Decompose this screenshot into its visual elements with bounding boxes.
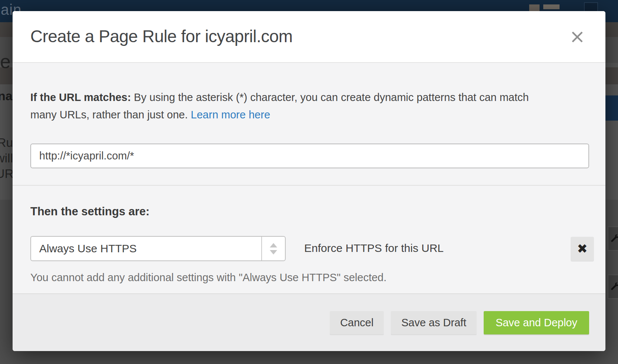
background-button-fragment [605, 95, 618, 121]
save-and-deploy-button[interactable]: Save and Deploy [484, 311, 589, 334]
settings-heading: Then the settings are: [30, 205, 150, 218]
select-spinner-icon [261, 237, 285, 260]
setting-description: Enforce HTTPS for this URL [304, 236, 444, 260]
background-text-fragment: e [0, 50, 11, 73]
modal-header: Create a Page Rule for icyapril.com [13, 11, 605, 63]
url-pattern-input[interactable] [30, 144, 589, 168]
background-text-fragment: will [0, 151, 13, 165]
wrench-icon [608, 226, 618, 251]
url-match-label: If the URL matches: [30, 91, 131, 103]
remove-setting-button[interactable]: ✖ [571, 237, 594, 261]
screen: ain. e nav Ru will UR Create a Page [0, 0, 618, 364]
create-page-rule-modal: Create a Page Rule for icyapril.com If t… [13, 11, 605, 351]
url-match-text-line1: By using the asterisk (*) character, you… [131, 91, 529, 103]
setting-select-value: Always Use HTTPS [39, 237, 137, 260]
section-divider [13, 185, 605, 186]
background-text-fragment: UR [0, 166, 14, 181]
modal-title: Create a Page Rule for icyapril.com [30, 11, 293, 61]
wrench-icon [608, 274, 618, 299]
setting-select[interactable]: Always Use HTTPS [30, 236, 286, 261]
heavy-x-icon: ✖ [577, 241, 588, 256]
background-text-fragment: Ru [0, 135, 13, 150]
save-as-draft-button[interactable]: Save as Draft [391, 311, 477, 334]
learn-more-link[interactable]: Learn more here [191, 109, 270, 121]
url-match-text-line2: many URLs, rather than just one. [30, 109, 191, 121]
cancel-button[interactable]: Cancel [330, 311, 384, 334]
url-match-description: If the URL matches: By using the asteris… [30, 89, 529, 124]
settings-note: You cannot add any additional settings w… [30, 272, 387, 284]
close-icon[interactable] [570, 30, 585, 44]
modal-footer: Cancel Save as Draft Save and Deploy [13, 293, 605, 351]
